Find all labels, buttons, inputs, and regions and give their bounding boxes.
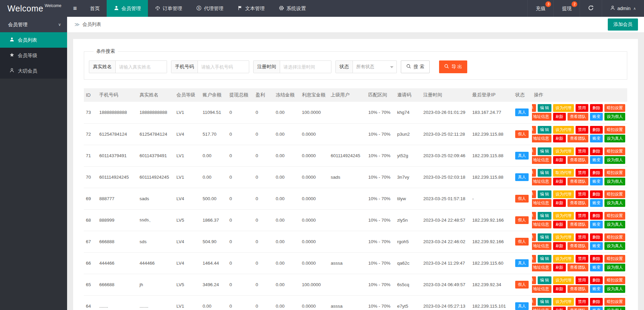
sidebar-item-member-level[interactable]: 会员等级 — [0, 48, 67, 63]
action-button[interactable]: 刷新 — [553, 156, 566, 164]
action-button[interactable]: 查看团队 — [568, 242, 588, 250]
action-button[interactable]: 编 辑 — [538, 255, 551, 263]
action-button[interactable]: 刷新 — [553, 264, 566, 271]
action-button[interactable]: 派单 — [532, 169, 536, 177]
action-button[interactable]: 设为真人 — [604, 221, 625, 228]
action-button[interactable]: 账变 — [590, 113, 603, 121]
action-button[interactable]: 刷新 — [553, 221, 566, 228]
action-button[interactable]: 派单 — [532, 276, 536, 284]
action-button[interactable]: 派单 — [532, 126, 536, 134]
action-button[interactable]: 禁用 — [576, 276, 588, 284]
action-button[interactable]: 账变 — [590, 242, 603, 250]
action-button[interactable]: 地址信息 — [532, 264, 551, 271]
nav-item-home[interactable]: 首页 — [83, 0, 107, 17]
sidebar-group-members[interactable]: 会员管理 ∨ — [0, 17, 67, 32]
action-button[interactable]: 设为代理 — [553, 276, 574, 284]
action-button[interactable]: 删除 — [590, 126, 603, 134]
action-button[interactable]: 刷新 — [553, 178, 566, 185]
action-button[interactable]: 派单 — [532, 147, 536, 155]
status-badge[interactable]: 真人 — [515, 173, 529, 181]
action-button[interactable]: 暗扣设置 — [604, 104, 625, 112]
action-button[interactable]: 刷新 — [553, 113, 566, 121]
action-button[interactable]: 查看团队 — [568, 178, 588, 185]
realname-input[interactable] — [116, 61, 167, 73]
action-button[interactable]: 账变 — [590, 135, 603, 142]
action-button[interactable]: 删除 — [590, 276, 603, 284]
action-button[interactable]: 账变 — [590, 221, 603, 228]
withdraw-button[interactable]: 提现 2 — [553, 0, 580, 17]
action-button[interactable]: 查看团队 — [568, 307, 588, 310]
action-button[interactable]: 删除 — [590, 255, 603, 263]
sidebar-item-member-list[interactable]: 会员列表 — [0, 32, 67, 48]
action-button[interactable]: 暗扣设置 — [604, 190, 625, 198]
action-button[interactable]: 账变 — [590, 264, 603, 271]
action-button[interactable]: 删除 — [590, 298, 603, 306]
nav-item-orders[interactable]: 订单管理 — [148, 0, 189, 17]
action-button[interactable]: 禁用 — [576, 298, 588, 306]
sidebar-item-big-member[interactable]: 大叨会员 — [0, 63, 67, 79]
action-button[interactable]: 设为代理 — [553, 233, 574, 241]
action-button[interactable]: 禁用 — [576, 190, 588, 198]
action-button[interactable]: 设为代理 — [553, 126, 574, 134]
collapse-menu-icon[interactable]: ≡ — [67, 0, 83, 17]
action-button[interactable]: 暗扣设置 — [604, 255, 625, 263]
action-button[interactable]: 查看团队 — [568, 264, 588, 271]
action-button[interactable]: 删除 — [590, 190, 603, 198]
status-select[interactable]: 所有状态 — [353, 61, 396, 73]
action-button[interactable]: 删除 — [590, 233, 603, 241]
phone-input[interactable] — [198, 61, 249, 73]
action-button[interactable]: 设为代理 — [553, 190, 574, 198]
action-button[interactable]: 编 辑 — [538, 298, 551, 306]
user-menu[interactable]: admin ∧ — [602, 0, 644, 17]
status-badge[interactable]: 假人 — [515, 281, 529, 289]
action-button[interactable]: 删除 — [590, 147, 603, 155]
action-button[interactable]: 设为真人 — [604, 199, 625, 207]
action-button[interactable]: 刷新 — [553, 242, 566, 250]
action-button[interactable]: 派单 — [532, 190, 536, 198]
status-badge[interactable]: 假人 — [515, 130, 529, 138]
action-button[interactable]: 暗扣设置 — [604, 212, 625, 220]
action-button[interactable]: 地址信息 — [532, 113, 551, 121]
action-button[interactable]: 刷新 — [553, 285, 566, 293]
action-button[interactable]: 派单 — [532, 233, 536, 241]
action-button[interactable]: 地址信息 — [532, 178, 551, 185]
status-badge[interactable]: 真人 — [515, 259, 529, 267]
action-button[interactable]: 刷新 — [553, 135, 566, 142]
action-button[interactable]: 禁用 — [576, 169, 588, 177]
action-button[interactable]: 设为假人 — [604, 156, 625, 164]
status-badge[interactable]: 假人 — [515, 216, 529, 224]
status-badge[interactable]: 真人 — [515, 152, 529, 160]
status-badge[interactable]: 假人 — [515, 195, 529, 203]
action-button[interactable]: 设为假人 — [604, 178, 625, 185]
action-button[interactable]: 设为代理 — [553, 147, 574, 155]
action-button[interactable]: 编 辑 — [538, 233, 551, 241]
add-member-button[interactable]: 添加会员 — [608, 18, 638, 31]
action-button[interactable]: 编 辑 — [538, 190, 551, 198]
nav-item-settings[interactable]: 系统设置 — [272, 0, 313, 17]
action-button[interactable]: 编 辑 — [538, 276, 551, 284]
action-button[interactable]: 派单 — [532, 104, 536, 112]
action-button[interactable]: 禁用 — [576, 147, 588, 155]
action-button[interactable]: 查看团队 — [568, 156, 588, 164]
action-button[interactable]: 地址信息 — [532, 135, 551, 142]
action-button[interactable]: 设为假人 — [604, 113, 625, 121]
action-button[interactable]: 设为真人 — [604, 285, 625, 293]
action-button[interactable]: 派单 — [532, 212, 536, 220]
action-button[interactable]: 设为代理 — [553, 255, 574, 263]
nav-item-texts[interactable]: 文本管理 — [230, 0, 272, 17]
action-button[interactable]: 暗扣设置 — [604, 298, 625, 306]
action-button[interactable]: 账变 — [590, 307, 603, 310]
action-button[interactable]: 派单 — [532, 255, 536, 263]
action-button[interactable]: 派单 — [532, 298, 536, 306]
action-button[interactable]: 刷新 — [553, 307, 566, 310]
action-button[interactable]: 设为真人 — [604, 135, 625, 142]
action-button[interactable]: 账变 — [590, 178, 603, 185]
action-button[interactable]: 删除 — [590, 169, 603, 177]
action-button[interactable]: 暗扣设置 — [604, 233, 625, 241]
action-button[interactable]: 取消代理 — [553, 169, 574, 177]
action-button[interactable]: 账变 — [590, 199, 603, 207]
action-button[interactable]: 编 辑 — [538, 169, 551, 177]
action-button[interactable]: 暗扣设置 — [604, 147, 625, 155]
action-button[interactable]: 设为代理 — [553, 212, 574, 220]
action-button[interactable]: 查看团队 — [568, 113, 588, 121]
